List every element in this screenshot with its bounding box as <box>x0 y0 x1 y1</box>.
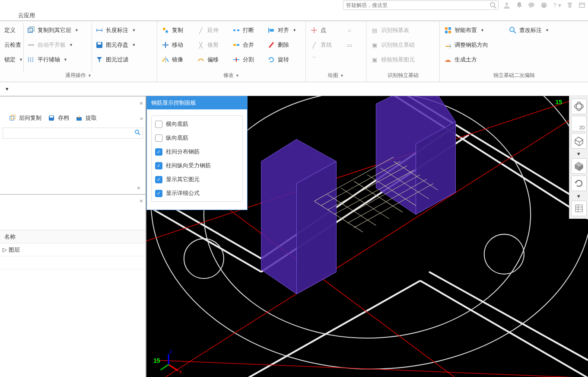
help-search[interactable] <box>343 0 499 10</box>
delete-icon <box>267 41 275 49</box>
svg-point-21 <box>163 28 165 30</box>
view-wireframe-button[interactable] <box>571 133 587 149</box>
earth-icon <box>444 56 452 64</box>
copy-icon <box>9 114 16 122</box>
point-button[interactable]: 点 <box>307 23 342 38</box>
move-button[interactable]: 移动 <box>158 38 194 52</box>
model-viewport[interactable]: x z 15 15 钢筋显示控制面板 横向底筋 纵向底筋 ✓柱间分布钢筋 ✓柱间… <box>146 96 588 377</box>
filter-icon <box>95 56 103 64</box>
left-panel: × 层间复制 存档 提取 » × × 名称 ▷图层 <box>0 96 146 377</box>
svg-marker-67 <box>296 161 336 294</box>
trim-icon: ╳ <box>197 41 205 49</box>
double-chevron-icon[interactable]: » <box>140 115 143 121</box>
line-icon: ╱ <box>310 41 318 49</box>
chk-show-other[interactable]: ✓显示其它图元 <box>155 176 239 183</box>
chk-show-formula[interactable]: ✓显示详细公式 <box>155 189 239 197</box>
ribbon: 定义 云检查 锁定▼ 复制到其它层▼ 自动平齐板▼ 平行辅轴▼ <box>0 21 588 82</box>
point-icon <box>310 26 318 34</box>
split-button[interactable]: 分割 <box>229 52 264 67</box>
copy-button[interactable]: 复制 <box>158 23 194 38</box>
check-edit-dim-button[interactable]: 查改标注▼ <box>505 23 553 38</box>
close-icon[interactable]: × <box>140 100 143 107</box>
mirror-icon <box>162 56 169 64</box>
chk-horizontal-bottom[interactable]: 横向底筋 <box>155 120 239 128</box>
tab-cloud-app[interactable]: 云应用 <box>15 11 38 20</box>
search-icon[interactable] <box>134 129 140 137</box>
face-icon[interactable] <box>540 1 548 9</box>
view-shaded-button[interactable] <box>571 158 587 174</box>
adjust-rebar-dir-button[interactable]: 调整钢筋方向 <box>441 38 505 52</box>
parallel-axis-button[interactable]: 平行辅轴▼ <box>24 52 92 67</box>
svg-rect-10 <box>28 28 32 32</box>
leftpane-search-input[interactable] <box>3 128 143 139</box>
search-icon[interactable] <box>489 2 496 9</box>
view-orbit-button[interactable] <box>571 99 587 114</box>
trim-button: ╳修剪 <box>194 38 229 52</box>
table-row[interactable]: ▷图层 <box>0 243 146 256</box>
define-button[interactable]: 定义 <box>1 23 23 38</box>
svg-rect-11 <box>30 27 34 31</box>
merge-button[interactable]: 合并 <box>229 38 264 52</box>
close-icon[interactable]: × <box>140 198 143 204</box>
delete-button[interactable]: 删除 <box>264 38 305 52</box>
svg-point-3 <box>519 7 520 8</box>
grid-column-name: 名称 <box>0 230 146 243</box>
smart-layout-button[interactable]: 智能布置▼ <box>441 23 505 38</box>
collapse-icon[interactable]: × <box>137 185 140 192</box>
archive-button[interactable]: 存档 <box>45 112 72 125</box>
view-2d-button[interactable]: 2D <box>571 116 587 131</box>
extend-icon: ╱ <box>197 26 205 34</box>
svg-rect-23 <box>233 29 235 31</box>
copy-to-other-layer-button[interactable]: 复制到其它层▼ <box>24 23 92 38</box>
bell-icon[interactable] <box>516 2 523 9</box>
svg-rect-8 <box>579 3 585 7</box>
lock-button[interactable]: 锁定▼ <box>1 52 23 67</box>
skin-icon[interactable] <box>566 2 573 9</box>
length-dim-button[interactable]: 长度标注▼ <box>92 23 156 38</box>
view-properties-button[interactable] <box>571 201 587 216</box>
table-row[interactable] <box>0 256 146 269</box>
panel-title-foundation: 独立基础二次编辑 <box>441 72 587 82</box>
extract-button[interactable]: 提取 <box>73 112 99 125</box>
view-refresh-button[interactable] <box>571 176 587 191</box>
svg-rect-24 <box>237 29 239 31</box>
element-save-button[interactable]: 图元存盘▼ <box>92 38 156 52</box>
rotate-button[interactable]: 旋转 <box>264 52 305 67</box>
inter-layer-copy-button[interactable]: 层间复制 <box>6 112 44 125</box>
mirror-button[interactable]: 镜像 <box>158 52 194 67</box>
help-icon[interactable]: ? ▾ <box>553 2 561 9</box>
chk-column-distributed[interactable]: ✓柱间分布钢筋 <box>155 148 239 156</box>
chat-icon[interactable] <box>528 2 535 9</box>
arc-button: ⌒ <box>307 52 342 67</box>
offset-button[interactable]: 偏移 <box>194 52 229 67</box>
cloud-check-button[interactable]: 云检查 <box>1 38 23 52</box>
chevron-down-icon[interactable]: ▾ <box>571 193 587 199</box>
svg-rect-33 <box>445 27 448 30</box>
generate-earthwork-button[interactable]: 生成土方 <box>441 52 505 67</box>
chk-vertical-bottom[interactable]: 纵向底筋 <box>155 134 239 142</box>
chk-column-longitudinal[interactable]: ✓柱间纵向受力钢筋 <box>155 162 239 169</box>
window-icon[interactable] <box>578 2 585 9</box>
check-dim-icon <box>509 26 517 34</box>
help-search-input[interactable] <box>345 2 489 9</box>
header-icons: ? ▾ <box>503 1 585 9</box>
element-filter-button[interactable]: 图元过滤 <box>92 52 156 67</box>
rebar-display-panel[interactable]: 钢筋显示控制面板 横向底筋 纵向底筋 ✓柱间分布钢筋 ✓柱间纵向受力钢筋 ✓显示… <box>146 96 248 210</box>
context-dropdown[interactable]: ▾ <box>2 84 13 93</box>
user-icon[interactable] <box>503 1 511 9</box>
rotate-icon <box>267 56 275 64</box>
svg-rect-30 <box>270 29 274 32</box>
break-button[interactable]: 打断 <box>229 23 264 38</box>
foundation-icon: ▣ <box>371 41 378 49</box>
move-icon <box>162 41 169 49</box>
copy-icon <box>162 26 169 34</box>
circle-button: ○ <box>342 23 364 38</box>
svg-point-0 <box>490 3 495 7</box>
svg-point-2 <box>505 3 508 5</box>
smart-icon <box>444 26 452 34</box>
panel-title-draw: 绘图▼ <box>307 72 365 82</box>
svg-rect-35 <box>445 31 448 33</box>
align-button[interactable]: 对齐▼ <box>264 23 305 38</box>
chevron-down-icon[interactable]: ▾ <box>571 150 587 157</box>
svg-rect-25 <box>233 44 236 46</box>
